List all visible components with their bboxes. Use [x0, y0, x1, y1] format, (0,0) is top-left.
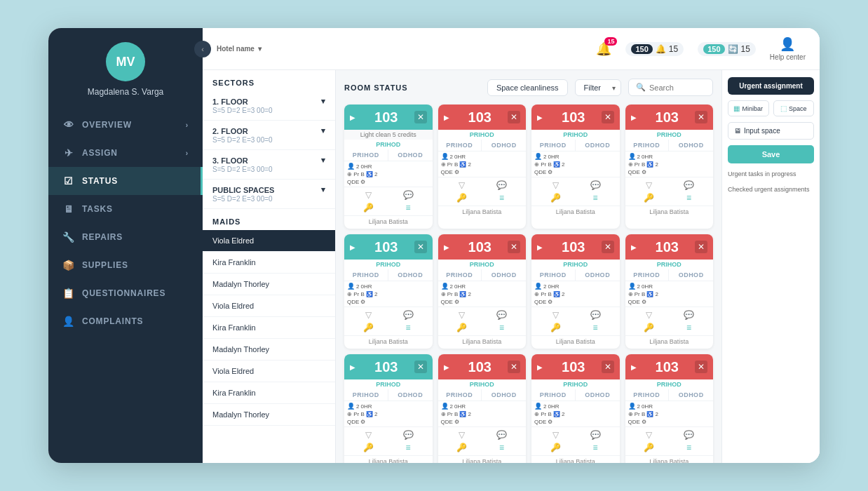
room-close-button[interactable]: ✕ — [695, 361, 707, 373]
room-close-button[interactable]: ✕ — [508, 241, 520, 253]
save-button[interactable]: Save — [728, 145, 814, 163]
list-action-icon[interactable]: ≡ — [670, 443, 707, 452]
key-action-icon[interactable]: 🔑 — [631, 193, 668, 203]
filter-action-icon[interactable]: ▽ — [537, 310, 574, 320]
filter-action-icon[interactable]: ▽ — [537, 430, 574, 440]
help-center[interactable]: 👤 Help center — [770, 36, 806, 61]
sidebar-item-repairs[interactable]: 🔧 REPAIRS — [48, 223, 203, 251]
room-actions: ▽ 💬 🔑 ≡ — [438, 307, 527, 335]
list-action-icon[interactable]: ≡ — [670, 323, 707, 332]
notification-bell[interactable]: 🔔 15 — [596, 41, 611, 57]
maid-item[interactable]: Madalyn Thorley — [203, 274, 335, 295]
list-action-icon[interactable]: ≡ — [577, 323, 614, 332]
room-close-button[interactable]: ✕ — [508, 361, 520, 373]
space-cleanliness-button[interactable]: Space cleanliness — [487, 79, 568, 96]
room-close-button[interactable]: ✕ — [695, 111, 707, 123]
room-number: 103 — [452, 239, 508, 255]
sidebar-item-tasks[interactable]: 🖥 TASKS — [48, 195, 203, 223]
chat-action-icon[interactable]: 💬 — [483, 430, 520, 440]
key-action-icon[interactable]: 🔑 — [350, 203, 387, 213]
list-action-icon[interactable]: ≡ — [483, 193, 520, 203]
maid-item[interactable]: Kira Franklin — [203, 252, 335, 274]
filter-action-icon[interactable]: ▽ — [631, 310, 668, 320]
maid-item[interactable]: Viola Eldred — [203, 295, 335, 317]
maid-item[interactable]: Kira Franklin — [203, 317, 335, 339]
list-action-icon[interactable]: ≡ — [390, 203, 427, 213]
filter-action-icon[interactable]: ▽ — [444, 430, 481, 440]
sidebar-item-assign[interactable]: ✈ ASSIGN › — [48, 139, 203, 167]
badge-group-2[interactable]: 150 🔄 15 — [698, 42, 756, 56]
sector-public-spaces[interactable]: PUBLIC SPACES ▾ S=5 D=2 E=3 00=0 — [203, 180, 335, 209]
key-action-icon[interactable]: 🔑 — [537, 323, 574, 332]
list-action-icon[interactable]: ≡ — [483, 443, 520, 452]
chat-action-icon[interactable]: 💬 — [483, 180, 520, 190]
maid-item[interactable]: Viola Eldred — [203, 361, 335, 382]
filter-action-icon[interactable]: ▽ — [444, 310, 481, 320]
chat-action-icon[interactable]: 💬 — [577, 180, 614, 190]
sidebar-item-status[interactable]: ☑ STATUS — [48, 167, 203, 195]
filter-action-icon[interactable]: ▽ — [631, 180, 668, 190]
key-action-icon[interactable]: 🔑 — [444, 323, 481, 332]
badge-group-1[interactable]: 150 🔔 15 — [625, 42, 684, 56]
filter-button[interactable]: Filter — [575, 79, 621, 96]
space-button[interactable]: ⬚ Space — [773, 100, 815, 116]
room-header: ▶ 103 ✕ — [438, 105, 527, 130]
chat-action-icon[interactable]: 💬 — [670, 430, 707, 440]
minibar-button[interactable]: ▦ Minibar — [728, 100, 769, 116]
key-action-icon[interactable]: 🔑 — [537, 193, 574, 203]
key-action-icon[interactable]: 🔑 — [631, 443, 668, 452]
sidebar-collapse-btn[interactable]: ‹ — [194, 41, 211, 58]
filter-action-icon[interactable]: ▽ — [350, 430, 387, 440]
maid-item[interactable]: Viola Eldred — [203, 230, 335, 252]
chat-action-icon[interactable]: 💬 — [577, 310, 614, 320]
sector-1-floor[interactable]: 1. FLOOR ▾ S=5 D=2 E=3 00=0 — [203, 91, 335, 121]
filter-action-icon[interactable]: ▽ — [444, 180, 481, 190]
search-box[interactable]: 🔍 — [628, 79, 713, 96]
list-action-icon[interactable]: ≡ — [577, 193, 614, 203]
filter-action-icon[interactable]: ▽ — [537, 180, 574, 190]
room-close-button[interactable]: ✕ — [602, 361, 614, 373]
chat-action-icon[interactable]: 💬 — [483, 310, 520, 320]
room-close-button[interactable]: ✕ — [695, 241, 707, 253]
chat-action-icon[interactable]: 💬 — [670, 180, 707, 190]
list-action-icon[interactable]: ≡ — [390, 323, 427, 332]
sidebar-item-label: QUESTIONNAIRES — [82, 288, 165, 298]
room-close-button[interactable]: ✕ — [602, 241, 614, 253]
maid-item[interactable]: Kira Franklin — [203, 382, 335, 404]
list-action-icon[interactable]: ≡ — [483, 323, 520, 332]
hotel-name[interactable]: Hotel name ▾ — [217, 45, 262, 53]
maid-item[interactable]: Madalyn Thorley — [203, 339, 335, 361]
list-action-icon[interactable]: ≡ — [577, 443, 614, 452]
room-close-button[interactable]: ✕ — [414, 241, 427, 253]
filter-action-icon[interactable]: ▽ — [631, 430, 668, 440]
key-action-icon[interactable]: 🔑 — [350, 323, 387, 332]
key-action-icon[interactable]: 🔑 — [444, 193, 481, 203]
key-action-icon[interactable]: 🔑 — [537, 443, 574, 452]
sidebar-item-questionnaires[interactable]: 📋 QUESTIONNAIRES — [48, 279, 203, 307]
sector-3-floor[interactable]: 3. FLOOR ▾ S=5 D=2 E=3 00=0 — [203, 150, 335, 180]
room-number: 103 — [358, 239, 414, 255]
room-close-button[interactable]: ✕ — [414, 361, 427, 373]
chat-action-icon[interactable]: 💬 — [390, 190, 427, 200]
filter-action-icon[interactable]: ▽ — [350, 190, 387, 200]
list-action-icon[interactable]: ≡ — [390, 443, 427, 452]
room-close-button[interactable]: ✕ — [602, 111, 614, 123]
chat-action-icon[interactable]: 💬 — [390, 310, 427, 320]
key-action-icon[interactable]: 🔑 — [350, 443, 387, 452]
room-close-button[interactable]: ✕ — [508, 111, 520, 123]
sidebar-item-supplies[interactable]: 📦 SUPPLIES — [48, 251, 203, 279]
input-space-row[interactable]: 🖥 Input space — [728, 122, 814, 140]
filter-action-icon[interactable]: ▽ — [350, 310, 387, 320]
sector-2-floor[interactable]: 2. FLOOR ▾ S=5 D=2 E=3 00=0 — [203, 121, 335, 150]
chat-action-icon[interactable]: 💬 — [670, 310, 707, 320]
maid-item[interactable]: Madalyn Thorley — [203, 404, 335, 426]
list-action-icon[interactable]: ≡ — [670, 193, 707, 203]
key-action-icon[interactable]: 🔑 — [444, 443, 481, 452]
sidebar-item-overview[interactable]: 👁 OVERVIEW › — [48, 111, 203, 139]
sidebar-item-complaints[interactable]: 👤 COMPLAINTS — [48, 307, 203, 335]
chat-action-icon[interactable]: 💬 — [577, 430, 614, 440]
chat-action-icon[interactable]: 💬 — [390, 430, 427, 440]
search-input[interactable] — [649, 83, 705, 92]
room-close-button[interactable]: ✕ — [414, 111, 427, 123]
key-action-icon[interactable]: 🔑 — [631, 323, 668, 332]
